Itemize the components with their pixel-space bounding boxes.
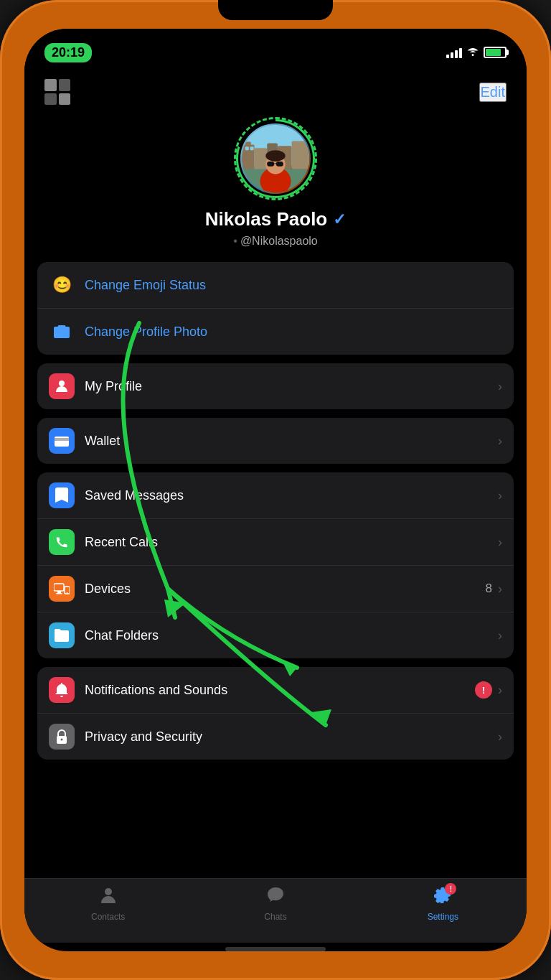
my-profile-group: My Profile › <box>37 363 514 409</box>
tab-contacts[interactable]: Contacts <box>24 886 192 922</box>
devices-item[interactable]: Devices 8 › <box>37 566 514 612</box>
wallet-label: Wallet <box>85 434 498 449</box>
svg-rect-22 <box>57 591 61 593</box>
saved-messages-label: Saved Messages <box>85 488 498 503</box>
tab-chats[interactable]: Chats <box>192 886 359 922</box>
verified-badge: ✓ <box>333 210 346 229</box>
emoji-status-icon: 😊 <box>49 272 75 298</box>
chats-icon <box>266 886 285 909</box>
privacy-chevron: › <box>498 729 502 745</box>
my-profile-chevron: › <box>498 379 502 394</box>
svg-rect-21 <box>54 584 64 591</box>
status-bar: 20:19 <box>24 29 527 67</box>
main-menu-group: Saved Messages › Recent Calls › <box>37 472 514 658</box>
change-emoji-item[interactable]: 😊 Change Emoji Status <box>37 262 514 309</box>
chat-folders-item[interactable]: Chat Folders › <box>37 612 514 658</box>
wifi-icon <box>466 46 479 59</box>
svg-rect-23 <box>56 593 62 594</box>
wallet-group: Wallet › <box>37 418 514 464</box>
phone-frame: 20:19 <box>0 0 551 980</box>
saved-messages-item[interactable]: Saved Messages › <box>37 472 514 519</box>
battery-icon <box>484 47 507 58</box>
notifications-item[interactable]: Notifications and Sounds ! › <box>37 667 514 714</box>
recent-calls-item[interactable]: Recent Calls › <box>37 519 514 566</box>
avatar-container[interactable] <box>236 119 315 198</box>
notifications-chevron: › <box>498 683 502 698</box>
settings-header: Edit <box>24 67 527 112</box>
qr-icon[interactable] <box>44 79 70 105</box>
svg-point-27 <box>61 739 63 741</box>
svg-point-25 <box>67 592 68 594</box>
status-time: 20:19 <box>44 43 92 62</box>
privacy-label: Privacy and Security <box>85 729 498 745</box>
recent-calls-chevron: › <box>498 535 502 550</box>
saved-messages-chevron: › <box>498 488 502 503</box>
my-profile-label: My Profile <box>85 379 498 394</box>
settings-tab-label: Settings <box>428 912 458 922</box>
my-profile-icon <box>49 373 75 399</box>
contacts-tab-label: Contacts <box>91 912 125 922</box>
camera-icon <box>49 319 75 345</box>
change-photo-item[interactable]: Change Profile Photo <box>37 309 514 355</box>
notifications-icon <box>49 677 75 703</box>
svg-point-20 <box>64 442 67 444</box>
recent-calls-label: Recent Calls <box>85 535 498 550</box>
privacy-security-item[interactable]: Privacy and Security › <box>37 714 514 760</box>
devices-count: 8 <box>486 582 492 596</box>
notifications-label: Notifications and Sounds <box>85 683 475 698</box>
devices-icon <box>49 576 75 602</box>
svg-point-17 <box>59 381 65 386</box>
change-emoji-label: Change Emoji Status <box>85 278 502 293</box>
quick-actions-group: 😊 Change Emoji Status Change Profile Pho… <box>37 262 514 355</box>
settings-icon: ! <box>433 886 452 909</box>
svg-point-31 <box>105 888 112 895</box>
privacy-icon <box>49 724 75 750</box>
chats-tab-label: Chats <box>264 912 286 922</box>
profile-name: Nikolas Paolo ✓ <box>205 208 347 230</box>
avatar-dashed-border <box>234 117 317 200</box>
phone-screen: 20:19 <box>24 29 527 951</box>
settings-badge: ! <box>445 883 456 895</box>
change-photo-label: Change Profile Photo <box>85 325 502 340</box>
tab-settings[interactable]: ! Settings <box>359 886 527 922</box>
wallet-chevron: › <box>498 434 502 449</box>
settings-menu-group: Notifications and Sounds ! › Privacy and… <box>37 667 514 760</box>
notch <box>218 0 333 20</box>
profile-username: •@Nikolaspaolo <box>233 235 317 248</box>
recent-calls-icon <box>49 529 75 555</box>
profile-section: Nikolas Paolo ✓ •@Nikolaspaolo <box>24 112 527 262</box>
wallet-icon <box>49 428 75 454</box>
signal-icon <box>446 47 462 58</box>
chat-folders-icon <box>49 622 75 648</box>
chat-folders-label: Chat Folders <box>85 628 498 643</box>
notifications-badge: ! <box>475 681 492 699</box>
devices-chevron: › <box>498 582 502 597</box>
wallet-item[interactable]: Wallet › <box>37 418 514 464</box>
devices-label: Devices <box>85 582 486 597</box>
saved-messages-icon <box>49 482 75 508</box>
tab-bar: Contacts Chats ! <box>24 878 527 943</box>
chat-folders-chevron: › <box>498 628 502 643</box>
status-icons <box>446 46 507 59</box>
edit-button[interactable]: Edit <box>479 83 507 102</box>
home-indicator <box>225 947 326 951</box>
svg-rect-19 <box>55 438 69 441</box>
contacts-icon <box>99 886 118 909</box>
my-profile-item[interactable]: My Profile › <box>37 363 514 409</box>
screen-content: Edit <box>24 67 527 878</box>
